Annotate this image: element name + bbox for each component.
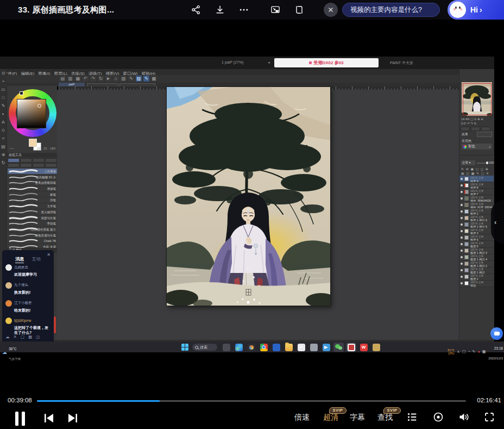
search-icon xyxy=(195,346,198,349)
toolbar-icon: ✎ xyxy=(143,76,149,82)
telegram-icon xyxy=(323,344,330,351)
playlist-button[interactable] xyxy=(406,411,419,424)
taskbar-apps: F xyxy=(221,343,381,352)
speed-button[interactable]: 倍速 xyxy=(294,413,310,422)
layer-thumbnail xyxy=(464,235,469,240)
ai-assistant-avatar xyxy=(450,2,466,18)
layer-thumbnail xyxy=(464,177,469,181)
brush-stroke-preview xyxy=(8,192,39,197)
layer-row: 100 % 正常 图层 2 xyxy=(459,208,494,215)
volume-button[interactable] xyxy=(457,411,470,424)
clock-time: 23:18 xyxy=(494,346,503,350)
brush-stroke-preview xyxy=(8,198,39,202)
ai-question-pill[interactable]: 视频的主要内容是什么? xyxy=(342,3,440,17)
pause-button[interactable] xyxy=(15,412,25,426)
toolbar-icon: ✎ xyxy=(128,76,134,82)
layer-thumbnail xyxy=(464,255,469,259)
brush-stroke-preview xyxy=(8,186,39,191)
ai-assistant-button[interactable]: Hi › xyxy=(448,0,504,20)
brush-category-tab xyxy=(33,163,45,167)
brush-item: Chalk 7B xyxy=(8,238,57,244)
layer-row: 100 % 正常 图层 1 拷贝 xyxy=(459,268,494,274)
saturation-value-square xyxy=(17,99,46,128)
artwork-illustration xyxy=(167,87,330,306)
brush-name: 排笔 xyxy=(50,198,56,202)
layer-thumbnail xyxy=(464,196,469,201)
brush-list: 上色薄涂 混色翻糖 50 大 xyxy=(8,169,57,248)
blend-mode-dropdown: 正常 ▾ xyxy=(461,160,475,165)
tray-icon: ▢ xyxy=(462,350,466,354)
next-episode-button[interactable] xyxy=(67,413,78,425)
screen-record-button[interactable] xyxy=(432,411,445,424)
color-mode-icon xyxy=(463,145,467,148)
brush-stroke-preview xyxy=(8,181,39,185)
taskbar-app-button: W xyxy=(358,343,369,352)
layer-visibility-icon xyxy=(461,276,463,278)
svip-badge-find[interactable]: SVIP xyxy=(383,407,401,414)
chat-message: 江下小糖君 给发新的! xyxy=(5,300,52,313)
weather-icon: ☁ xyxy=(2,350,7,355)
pip-button[interactable] xyxy=(268,2,283,17)
layer-row: 100 % 正常 图层 6 xyxy=(459,234,494,241)
wechat-icon xyxy=(335,344,343,351)
panel-divider xyxy=(459,155,494,156)
feedback-chat-button[interactable] xyxy=(490,327,503,340)
brush-item: 更真油画模拟笔 xyxy=(8,180,57,186)
close-ai-bar-button[interactable] xyxy=(324,3,338,17)
command-bar-icons: ▤▥▦↶↷↻►⌂▧✎▨✎▩ xyxy=(60,76,157,82)
layer-thumbnail xyxy=(464,190,469,194)
layer-thumbnail xyxy=(464,268,469,272)
fullscreen-button[interactable] xyxy=(483,411,496,424)
svip-badge-quality[interactable]: SVIP xyxy=(329,407,346,414)
tone-dropdown: 彩色 ▾ xyxy=(462,144,492,150)
navigator-thumbnail xyxy=(462,82,492,116)
taskbar-app-button xyxy=(308,343,319,352)
layer-thumbnail xyxy=(464,275,469,279)
brush-category-tab xyxy=(20,158,32,163)
previous-episode-button[interactable] xyxy=(43,413,54,425)
avatar xyxy=(5,300,12,307)
property-tab xyxy=(481,127,490,131)
close-icon xyxy=(328,7,333,13)
share-button[interactable] xyxy=(188,2,204,17)
cpu-label: CPU xyxy=(448,352,455,355)
layer-row: 100 % 正常 画层 7 xyxy=(459,189,494,195)
find-button[interactable]: 查找 xyxy=(377,413,393,422)
download-button[interactable] xyxy=(212,2,228,17)
playlist-drawer-handle[interactable]: ‹ xyxy=(491,200,504,244)
taskbar-app-button xyxy=(234,343,244,352)
volume-icon xyxy=(457,411,470,424)
avatar xyxy=(5,282,12,289)
quality-button[interactable]: 超清 xyxy=(323,413,338,422)
playlist-icon xyxy=(406,411,419,424)
layer-visibility-icon xyxy=(461,230,463,232)
mini-player-button[interactable] xyxy=(292,2,307,17)
weather-text: 36°C 气温下降 xyxy=(9,343,21,362)
tray-icon: ∧ xyxy=(457,350,460,354)
layer-lock-icons: ✎ ⊘ ▣ ▢ ◻ ⊕ xyxy=(461,167,489,171)
brush-stroke-preview xyxy=(8,204,39,208)
clock-date: 2023/1/23 xyxy=(488,357,503,360)
recording-status-strip: 1 paiP (27%) ◄ 受潮DX02 参03 PAINT 干大笑 xyxy=(0,57,494,69)
chat-footer-icon: ☁ xyxy=(5,334,10,339)
chat-text: 欢迎观摩学习 xyxy=(14,272,52,277)
tray-icon: ▦ xyxy=(482,350,486,354)
taskbar-app-button xyxy=(321,343,331,352)
progress-bar[interactable] xyxy=(37,400,466,402)
property-panel-tabs xyxy=(461,127,490,131)
video-surface[interactable]: 1 paiP (27%) ◄ 受潮DX02 参03 PAINT 干大笑 文件(F… xyxy=(0,20,504,395)
opacity-slider-knob xyxy=(486,161,489,164)
chat-footer-icon: ▦ xyxy=(28,334,32,339)
chat-tab-interactions: 互动 xyxy=(32,256,41,263)
toolbar-icon: ▨ xyxy=(136,76,142,82)
tray-icons: ∧▢◔✎●▦ xyxy=(457,350,486,354)
chrome-icon xyxy=(260,344,268,351)
more-button[interactable] xyxy=(236,2,251,17)
brush-item: 保定写生笔 xyxy=(8,215,57,221)
brush-category-tab xyxy=(45,163,57,167)
subtitles-button[interactable]: 字幕 xyxy=(350,413,365,422)
brush-item: 色彩 永湛 xyxy=(8,244,57,248)
stream-title-tab: 受潮DX02 参03 xyxy=(274,58,379,67)
layer-visibility-icon xyxy=(461,191,463,193)
chat-message: 乌鸦君旦 欢迎观摩学习 xyxy=(5,264,52,277)
